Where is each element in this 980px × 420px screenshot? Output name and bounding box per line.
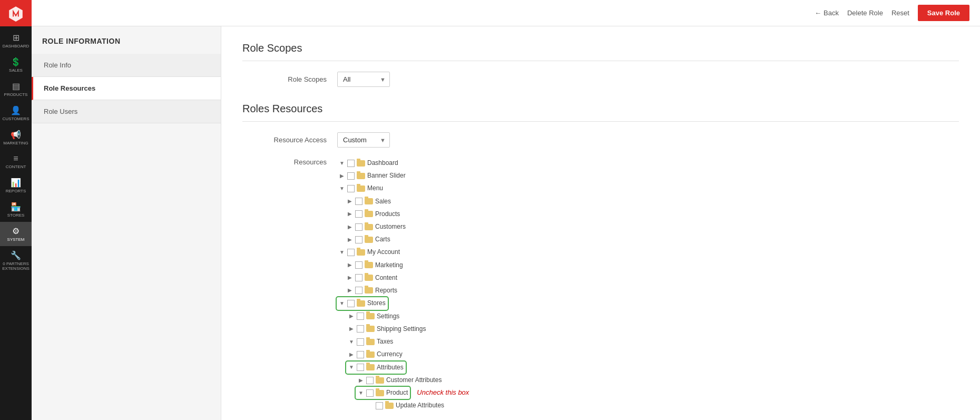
- toggle-customer-attributes[interactable]: ▶: [358, 377, 364, 384]
- cb-attributes[interactable]: [357, 364, 364, 371]
- toggle-menu[interactable]: ▼: [339, 185, 345, 192]
- menu-item-role-users[interactable]: Role Users: [32, 100, 221, 123]
- tree-item-update-attributes: Update Attributes: [366, 400, 959, 411]
- label-content: Content: [375, 273, 397, 283]
- cb-shipping-settings[interactable]: [357, 325, 364, 333]
- label-sales: Sales: [375, 197, 391, 207]
- cb-reports[interactable]: [355, 287, 362, 294]
- toggle-customers[interactable]: ▶: [347, 224, 353, 230]
- cb-stores[interactable]: [347, 300, 355, 307]
- label-settings: Settings: [377, 311, 399, 321]
- resource-tree: ▼ Dashboard ▶: [337, 156, 959, 413]
- toggle-reports[interactable]: ▶: [347, 287, 353, 294]
- role-scopes-section: Role Scopes Role Scopes All Custom ▼: [242, 42, 959, 87]
- tree-item-menu: ▼ Menu: [337, 183, 959, 194]
- label-attributes: Attributes: [377, 363, 404, 373]
- tree-item-shipping-settings: ▶ Shipping Settings: [347, 324, 959, 335]
- folder-dashboard-icon: [357, 160, 365, 167]
- toggle-shipping-settings[interactable]: ▶: [348, 326, 355, 332]
- toggle-marketing[interactable]: ▶: [347, 262, 353, 268]
- save-role-button[interactable]: Save Role: [918, 5, 969, 21]
- folder-my-account-icon: [357, 249, 365, 256]
- toggle-my-account[interactable]: ▼: [339, 249, 345, 256]
- toggle-taxes[interactable]: ▼: [348, 339, 355, 345]
- tree-item-banner-slider: ▶ Banner Slider: [337, 170, 959, 181]
- tree-item-dashboard: ▼ Dashboard: [337, 158, 959, 169]
- label-update-attributes: Update Attributes: [396, 401, 444, 411]
- folder-update-attributes-icon: [385, 403, 394, 409]
- sidebar-item-stores[interactable]: 🏪 STORES: [0, 198, 32, 222]
- folder-sales-icon: [365, 198, 373, 204]
- delete-role-button[interactable]: Delete Role: [847, 9, 883, 17]
- sidebar-item-customers[interactable]: 👤 CUSTOMERS: [0, 101, 32, 125]
- folder-shipping-settings-icon: [366, 326, 375, 332]
- label-dashboard: Dashboard: [367, 158, 398, 168]
- right-panel: Role Scopes Role Scopes All Custom ▼: [221, 26, 980, 420]
- sidebar-item-extensions[interactable]: 🔧 0 PARTNERS EXTENSIONS: [0, 246, 32, 275]
- label-taxes: Taxes: [377, 337, 393, 347]
- tree-item-customers: ▶ Customers: [337, 221, 959, 232]
- label-marketing: Marketing: [375, 260, 403, 270]
- left-panel: ROLE INFORMATION Role Info Role Resource…: [32, 26, 221, 420]
- cb-dashboard[interactable]: [347, 160, 355, 167]
- cb-customers[interactable]: [355, 223, 362, 231]
- extensions-icon: 🔧: [11, 250, 21, 260]
- sidebar-item-sales[interactable]: 💲 SALES: [0, 53, 32, 77]
- folder-customers-icon: [365, 224, 373, 230]
- cb-content[interactable]: [355, 274, 362, 281]
- cb-currency[interactable]: [357, 351, 364, 358]
- cb-taxes[interactable]: [357, 338, 364, 346]
- toggle-content[interactable]: ▶: [347, 275, 353, 281]
- label-customers: Customers: [375, 222, 406, 232]
- sidebar-item-dashboard[interactable]: ⊞ DASHBOARD: [0, 28, 32, 53]
- toggle-product[interactable]: ▼: [358, 390, 364, 396]
- sidebar: ⊞ DASHBOARD 💲 SALES ▤ PRODUCTS 👤 CUSTOME…: [0, 0, 32, 420]
- sidebar-item-content[interactable]: ≡ CONTENT: [0, 150, 32, 173]
- sidebar-logo[interactable]: [0, 0, 32, 26]
- tree-item-customer-attributes: ▶ Customer Attributes: [356, 375, 959, 386]
- toggle-settings[interactable]: ▶: [348, 313, 355, 319]
- cb-menu[interactable]: [347, 185, 355, 192]
- cb-update-attributes[interactable]: [376, 402, 383, 409]
- cb-sales[interactable]: [355, 198, 362, 205]
- role-scopes-select[interactable]: All Custom: [337, 72, 390, 87]
- cb-product[interactable]: [366, 389, 374, 397]
- resource-access-select[interactable]: Custom All: [337, 132, 390, 148]
- toggle-products[interactable]: ▶: [347, 211, 353, 217]
- sidebar-item-reports[interactable]: 📊 REPORTS: [0, 173, 32, 198]
- resources-row: Resources ▼ Dashboard: [242, 156, 959, 413]
- label-shipping-settings: Shipping Settings: [377, 324, 426, 334]
- toggle-attributes[interactable]: ▼: [348, 364, 355, 370]
- folder-carts-icon: [365, 237, 373, 243]
- folder-menu-icon: [357, 185, 365, 192]
- label-banner-slider: Banner Slider: [367, 171, 406, 181]
- cb-products[interactable]: [355, 210, 362, 218]
- stores-icon: 🏪: [11, 202, 21, 212]
- sidebar-item-marketing[interactable]: 📢 MARKETING: [0, 125, 32, 150]
- cb-carts[interactable]: [355, 236, 362, 243]
- toggle-banner-slider[interactable]: ▶: [339, 173, 345, 179]
- folder-settings-icon: [366, 313, 375, 319]
- folder-attributes-icon: [366, 364, 375, 370]
- toggle-carts[interactable]: ▶: [347, 237, 353, 243]
- cb-settings[interactable]: [357, 312, 364, 320]
- toggle-stores[interactable]: ▼: [339, 300, 345, 307]
- reset-button[interactable]: Reset: [891, 9, 909, 17]
- label-my-account: My Account: [367, 247, 400, 257]
- menu-item-role-resources[interactable]: Role Resources: [32, 77, 221, 100]
- back-button[interactable]: ← Back: [815, 9, 839, 17]
- toggle-sales[interactable]: ▶: [347, 198, 353, 204]
- toggle-dashboard[interactable]: ▼: [339, 160, 345, 167]
- tree-item-reports: ▶ Reports: [337, 285, 959, 296]
- cb-banner-slider[interactable]: [347, 172, 355, 180]
- cb-customer-attributes[interactable]: [366, 377, 374, 384]
- cb-my-account[interactable]: [347, 249, 355, 256]
- toggle-currency[interactable]: ▶: [348, 351, 355, 358]
- tree-item-content: ▶ Content: [337, 272, 959, 284]
- cb-marketing[interactable]: [355, 261, 362, 269]
- sidebar-item-products[interactable]: ▤ PRODUCTS: [0, 77, 32, 101]
- role-scopes-row: Role Scopes All Custom ▼: [242, 72, 959, 87]
- folder-content-icon: [365, 275, 373, 281]
- sidebar-item-system[interactable]: ⚙ SYSTEM: [0, 222, 32, 246]
- menu-item-role-info[interactable]: Role Info: [32, 54, 221, 77]
